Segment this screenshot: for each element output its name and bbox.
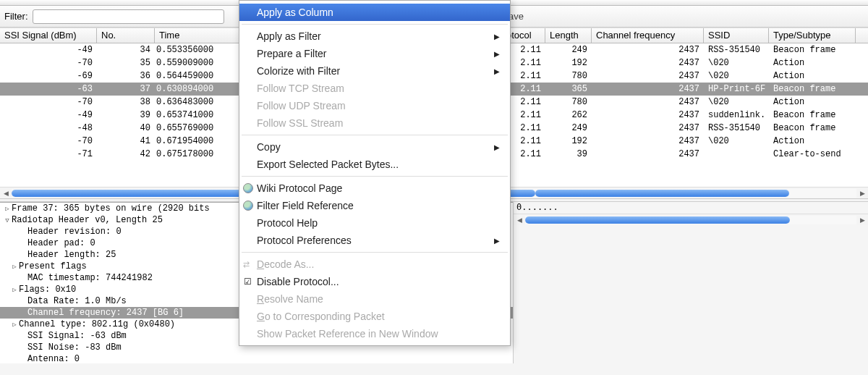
cell-ssi: -70: [0, 97, 97, 107]
tree-row[interactable]: Antenna: 0: [0, 353, 513, 363]
cell-channel-frequency: 2437: [592, 97, 704, 107]
cell-no: 42: [97, 149, 155, 159]
cell-no: 35: [97, 58, 155, 68]
tree-expand-icon[interactable]: ▷: [10, 263, 19, 271]
tree-text: Header length: 25: [27, 250, 116, 260]
cell-channel-frequency: 2437: [592, 45, 704, 55]
cell-length: 780: [545, 97, 592, 107]
menu-colorize-with-filter[interactable]: Colorize with Filter ▶: [239, 62, 510, 80]
tree-expand-icon[interactable]: ▷: [10, 321, 19, 329]
cell-channel-frequency: 2437: [592, 123, 704, 133]
tree-text: MAC timestamp: 744241982: [27, 273, 153, 283]
tree-expand-icon[interactable]: ▷: [3, 205, 12, 213]
menu-decode-as: ⇄ Decode As...: [239, 256, 510, 273]
col-header-ssi[interactable]: SSI Signal (dBm): [0, 28, 97, 43]
checkbox-icon: ☑: [244, 277, 252, 287]
filter-label: Filter:: [4, 11, 28, 22]
cell-channel-frequency: 2437: [592, 110, 704, 120]
col-header-channel-frequency[interactable]: Channel frequency: [592, 28, 704, 43]
tree-expand-icon[interactable]: ▷: [10, 286, 19, 294]
menu-filter-field-reference[interactable]: Filter Field Reference: [239, 197, 510, 214]
cell-ssid: \020: [704, 58, 769, 68]
col-header-no[interactable]: No.: [97, 28, 155, 43]
filter-input[interactable]: [33, 9, 224, 24]
cell-time: 0.636483000: [155, 97, 242, 107]
col-header-time[interactable]: Time: [155, 28, 242, 43]
menu-prepare-a-filter[interactable]: Prepare a Filter ▶: [239, 45, 510, 62]
menu-follow-tcp-stream: Follow TCP Stream: [239, 80, 510, 97]
col-header-type-subtype[interactable]: Type/Subtype: [769, 28, 856, 43]
menu-protocol-help[interactable]: Protocol Help: [239, 214, 510, 232]
menu-label: Copy: [257, 141, 281, 153]
cell-type-subtype: Beacon frame: [769, 45, 856, 55]
cell-channel-frequency: 2437: [592, 58, 704, 68]
col-header-length[interactable]: Length: [545, 28, 592, 43]
menu-label: Resolve Name: [257, 293, 323, 305]
menu-label: Disable Protocol...: [257, 276, 339, 287]
cell-type-subtype: Action: [769, 97, 856, 107]
col-header-ssid[interactable]: SSID: [704, 28, 769, 43]
menu-separator: [242, 252, 508, 253]
cell-no: 41: [97, 136, 155, 146]
cell-time: 0.655769000: [155, 123, 242, 133]
menu-follow-ssl-stream: Follow SSL Stream: [239, 114, 510, 132]
cell-ssi: -48: [0, 123, 97, 133]
menu-export-selected-packet-bytes[interactable]: Export Selected Packet Bytes...: [239, 156, 510, 173]
cell-no: 40: [97, 123, 155, 133]
cell-ssi: -69: [0, 71, 97, 81]
menu-separator: [242, 24, 508, 25]
menu-apply-as-filter[interactable]: Apply as Filter ▶: [239, 28, 510, 45]
cell-time: 0.671954000: [155, 136, 242, 146]
menu-resolve-name: Resolve Name: [239, 290, 510, 308]
cell-ssid: RSS-351540: [704, 45, 769, 55]
cell-channel-frequency: 2437: [592, 71, 704, 81]
menu-separator: [242, 135, 508, 135]
cell-ssi: -63: [0, 84, 97, 94]
scroll-thumb-secondary[interactable]: [535, 190, 788, 197]
cell-channel-frequency: 2437: [592, 84, 704, 94]
cell-channel-frequency: 2437: [592, 149, 704, 159]
tree-text: SSI Signal: -63 dBm: [27, 331, 127, 341]
menu-apply-as-column[interactable]: Apply as Column: [239, 4, 510, 21]
cell-length: 780: [545, 71, 592, 81]
scroll-right-arrow-icon[interactable]: ▶: [856, 215, 868, 225]
cell-length: 192: [545, 136, 592, 146]
scroll-right-arrow-icon[interactable]: ▶: [856, 188, 868, 198]
menu-label: Colorize with Filter: [257, 65, 340, 77]
menu-label: Protocol Preferences: [257, 235, 352, 246]
scroll-thumb[interactable]: [525, 216, 790, 224]
menu-protocol-preferences[interactable]: Protocol Preferences ▶: [239, 232, 510, 249]
scroll-left-arrow-icon[interactable]: ◀: [0, 188, 12, 198]
filter-save-label[interactable]: Save: [502, 11, 864, 22]
cell-no: 38: [97, 97, 155, 107]
menu-wiki-protocol-page[interactable]: Wiki Protocol Page: [239, 180, 510, 197]
tree-text: Data Rate: 1.0 Mb/s: [27, 296, 127, 306]
submenu-arrow-icon: ▶: [494, 50, 500, 58]
menu-separator: [242, 176, 508, 177]
cell-ssi: -70: [0, 58, 97, 68]
cell-type-subtype: Beacon frame: [769, 84, 856, 94]
menu-label: Decode As...: [257, 258, 314, 270]
menu-show-packet-reference: Show Packet Reference in New Window: [239, 325, 510, 342]
cell-ssid: HP-Print-6F: [704, 84, 769, 94]
tree-expand-icon[interactable]: ▽: [3, 216, 12, 224]
menu-label: Follow UDP Stream: [257, 100, 346, 111]
submenu-arrow-icon: ▶: [494, 237, 500, 245]
menu-disable-protocol[interactable]: ☑ Disable Protocol...: [239, 273, 510, 290]
cell-ssi: -49: [0, 45, 97, 55]
cell-no: 34: [97, 45, 155, 55]
menu-label: Go to Corresponding Packet: [257, 311, 385, 322]
menu-label: Wiki Protocol Page: [257, 182, 342, 194]
menu-label: Protocol Help: [257, 217, 318, 229]
cell-time: 0.559009000: [155, 58, 242, 68]
scroll-track[interactable]: [525, 216, 856, 224]
tree-text: Header pad: 0: [27, 238, 95, 248]
cell-no: 36: [97, 71, 155, 81]
cell-type-subtype: Action: [769, 136, 856, 146]
scroll-left-arrow-icon[interactable]: ◀: [514, 215, 525, 225]
packet-bytes-pane[interactable]: 0....... ◀ ▶: [513, 202, 868, 363]
bytes-hscroll[interactable]: ◀ ▶: [514, 214, 868, 225]
menu-copy[interactable]: Copy ▶: [239, 138, 510, 156]
cell-type-subtype: Action: [769, 71, 856, 81]
tree-text: Channel type: 802.11g (0x0480): [19, 319, 175, 329]
